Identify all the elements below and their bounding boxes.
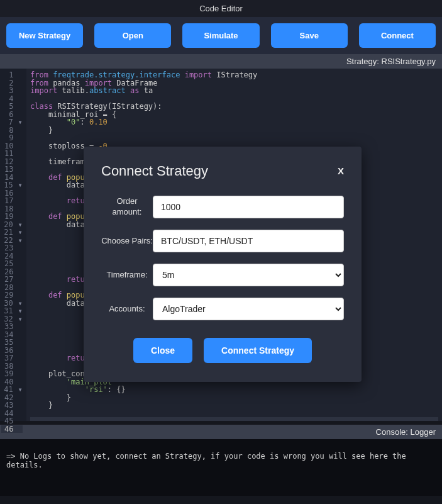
modal-title: Connect Strategy xyxy=(101,163,208,179)
strategy-label: Strategy: xyxy=(346,57,379,66)
open-button[interactable]: Open xyxy=(94,23,171,48)
pairs-label: Choose Pairs: xyxy=(101,236,153,247)
new-strategy-button[interactable]: New Strategy xyxy=(6,23,83,48)
console-title: Console: Logger xyxy=(376,427,436,437)
order-amount-label: Order amount: xyxy=(101,196,153,218)
modal-close-button[interactable]: Close xyxy=(133,338,192,363)
accounts-select[interactable]: AlgoTrader xyxy=(153,298,344,320)
title-bar: Code Editor xyxy=(0,0,442,17)
app-title: Code Editor xyxy=(199,4,243,13)
console-header: Console: Logger xyxy=(0,425,442,439)
connect-button[interactable]: Connect xyxy=(359,23,436,48)
modal-close-icon[interactable]: X xyxy=(338,165,344,176)
console-log-line: => No Logs to show yet, connect an Strat… xyxy=(6,452,406,469)
console-body: => No Logs to show yet, connect an Strat… xyxy=(0,439,442,496)
timeframe-label: Timeframe: xyxy=(101,270,153,281)
toolbar: New Strategy Open Simulate Save Connect xyxy=(0,17,442,54)
connect-strategy-modal: Connect Strategy X Order amount: Choose … xyxy=(84,147,362,382)
order-amount-input[interactable] xyxy=(153,196,344,218)
timeframe-select[interactable]: 5m xyxy=(153,264,344,286)
modal-connect-button[interactable]: Connect Strategy xyxy=(204,338,312,363)
accounts-label: Accounts: xyxy=(101,304,153,315)
line-gutter: 1 2 3 4 5 6 7 ▾ 8 9 10 11 12 13 14 15 ▾ … xyxy=(0,69,26,421)
simulate-button[interactable]: Simulate xyxy=(182,23,259,48)
save-button[interactable]: Save xyxy=(271,23,348,48)
strategy-bar: Strategy: RSIStrategy.py xyxy=(0,54,442,69)
strategy-filename: RSIStrategy.py xyxy=(382,57,436,66)
pairs-input[interactable] xyxy=(153,230,344,252)
